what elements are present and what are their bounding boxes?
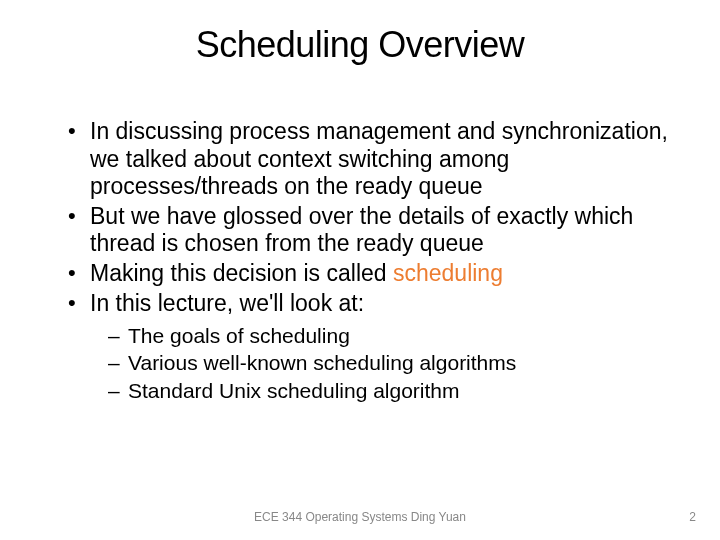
bullet-item: Making this decision is called schedulin… [62,260,670,288]
sub-bullet-list: The goals of scheduling Various well-kno… [90,323,670,403]
bullet-text: In discussing process management and syn… [90,118,668,199]
page-number: 2 [689,510,696,524]
bullet-item: But we have glossed over the details of … [62,203,670,258]
sub-bullet-text: Various well-known scheduling algorithms [128,351,516,374]
slide-content: In discussing process management and syn… [50,118,670,403]
sub-bullet-text: Standard Unix scheduling algorithm [128,379,460,402]
sub-bullet-item: The goals of scheduling [106,323,670,348]
highlighted-term: scheduling [393,260,503,286]
main-bullet-list: In discussing process management and syn… [62,118,670,403]
bullet-text: But we have glossed over the details of … [90,203,633,257]
bullet-item: In this lecture, we'll look at: The goal… [62,290,670,403]
sub-bullet-item: Standard Unix scheduling algorithm [106,378,670,403]
bullet-text: Making this decision is called [90,260,393,286]
bullet-item: In discussing process management and syn… [62,118,670,201]
slide-container: Scheduling Overview In discussing proces… [0,0,720,403]
slide-title: Scheduling Overview [50,24,670,66]
sub-bullet-item: Various well-known scheduling algorithms [106,350,670,375]
sub-bullet-text: The goals of scheduling [128,324,350,347]
bullet-text: In this lecture, we'll look at: [90,290,364,316]
slide-footer: ECE 344 Operating Systems Ding Yuan [0,510,720,524]
